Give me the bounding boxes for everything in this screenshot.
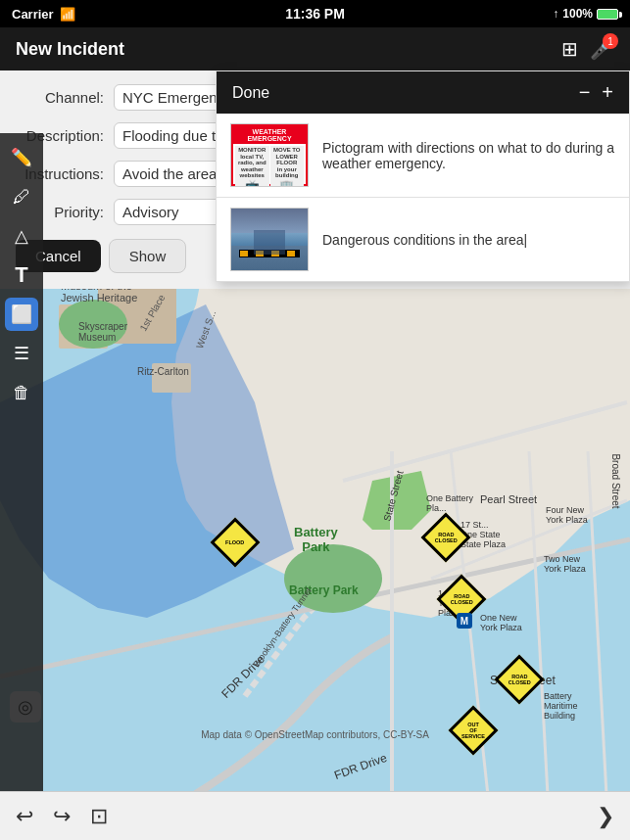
show-button[interactable]: Show	[109, 239, 187, 273]
nav-badge: 1	[603, 33, 618, 49]
map-attribution: Map data © OpenStreetMap contributors, C…	[201, 729, 429, 740]
pearl-street-label: Pearl Street	[480, 493, 537, 505]
priority-input[interactable]	[114, 199, 231, 225]
triangle-tool[interactable]: △	[5, 219, 38, 253]
dropdown-minus-button[interactable]: −	[579, 81, 591, 104]
status-bar-time: 11:36 PM	[285, 6, 345, 22]
redo-button[interactable]: ↪	[53, 804, 71, 829]
screen-icon-wrap: ⊞	[561, 37, 578, 61]
dropdown-overlay: Done − + WEATHER EMERGENCY MONITORlocal …	[216, 70, 630, 282]
undo-button[interactable]: ↩	[16, 804, 33, 829]
status-bar-left: Carrier 📶	[12, 7, 75, 22]
chevron-right-button[interactable]: ❯	[597, 804, 614, 829]
weather-thumbnail: WEATHER EMERGENCY MONITORlocal TV, radio…	[230, 123, 309, 187]
battery-icon	[597, 9, 618, 20]
pen-tool[interactable]: 🖊	[5, 180, 38, 213]
nav-icons: ⊞ 🎤 1	[561, 37, 614, 61]
status-bar: Carrier 📶 11:36 PM ↑ 100%	[0, 0, 630, 27]
four-ny-label: Four NewYork Plaza	[546, 505, 588, 525]
channel-label: Channel:	[16, 89, 114, 106]
pencil-tool[interactable]: ✏️	[5, 141, 38, 174]
dangerous-item-text: Dangerous conditions in the area	[322, 232, 615, 248]
wifi-icon: 📶	[60, 7, 75, 22]
bottom-toolbar-left: ↩ ↪ ⊡	[16, 804, 108, 829]
skyscraper-label: SkyscraperMuseum	[78, 321, 127, 343]
bottom-toolbar: ↩ ↪ ⊡ ❯	[0, 791, 630, 840]
dropdown-item-dangerous[interactable]: Dangerous conditions in the area	[217, 198, 629, 281]
one-battery-label: One BatteryPla...	[426, 493, 473, 513]
dangerous-thumbnail	[230, 208, 309, 271]
metro-marker: M	[457, 613, 472, 629]
gps-icon: ↑	[553, 7, 558, 21]
copy-button[interactable]: ⊡	[90, 804, 108, 829]
dropdown-action-buttons: − +	[579, 81, 613, 104]
microphone-icon-wrap: 🎤 1	[590, 37, 614, 61]
dropdown-item-weather[interactable]: WEATHER EMERGENCY MONITORlocal TV, radio…	[217, 114, 629, 198]
status-bar-right: ↑ 100%	[553, 7, 618, 21]
battery-maritime-label: BatteryMaritimeBuilding	[544, 691, 578, 721]
nav-bar: New Incident ⊞ 🎤 1	[0, 27, 630, 70]
trash-tool[interactable]: 🗑	[5, 376, 38, 409]
two-ny-label: Two NewYork Plaza	[544, 554, 586, 574]
broad-street-label: Broad Street	[610, 453, 621, 508]
nav-title: New Incident	[16, 39, 124, 60]
battery-park-label: BatteryPark	[294, 525, 338, 554]
dropdown-header: Done − +	[217, 71, 629, 114]
dropdown-done-button[interactable]: Done	[232, 84, 269, 102]
carrier-label: Carrier	[12, 7, 54, 22]
one-state-label2: One NewYork Plaza	[480, 613, 522, 632]
screen-icon[interactable]: ⊞	[561, 38, 578, 60]
ritz-carlton-label: Ritz-Carlton	[137, 366, 189, 377]
list-tool[interactable]: ☰	[5, 337, 38, 370]
left-toolbar: ✏️ 🖊 △ T ⬜ ☰ 🗑	[0, 133, 43, 791]
dropdown-plus-button[interactable]: +	[602, 81, 613, 104]
weather-item-text: Pictogram with directions on what to do …	[322, 140, 615, 171]
rectangle-tool[interactable]: ⬜	[5, 298, 38, 331]
text-tool[interactable]: T	[5, 258, 38, 292]
battery-label: 100%	[562, 7, 593, 21]
